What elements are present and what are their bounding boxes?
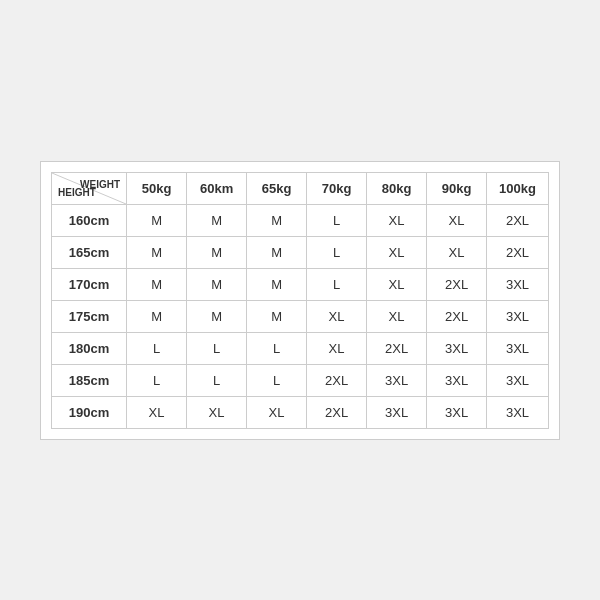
table-row: 185cmLLL2XL3XL3XL3XL — [52, 364, 549, 396]
size-cell-0-2: M — [247, 204, 307, 236]
height-header-3: 175cm — [52, 300, 127, 332]
size-cell-1-2: M — [247, 236, 307, 268]
size-cell-0-1: M — [187, 204, 247, 236]
size-cell-4-6: 3XL — [487, 332, 549, 364]
size-cell-4-1: L — [187, 332, 247, 364]
size-cell-1-0: M — [127, 236, 187, 268]
size-cell-1-3: L — [307, 236, 367, 268]
table-row: 175cmMMMXLXL2XL3XL — [52, 300, 549, 332]
size-cell-1-5: XL — [427, 236, 487, 268]
size-cell-5-2: L — [247, 364, 307, 396]
size-cell-3-4: XL — [367, 300, 427, 332]
size-cell-3-1: M — [187, 300, 247, 332]
size-cell-2-5: 2XL — [427, 268, 487, 300]
size-cell-6-2: XL — [247, 396, 307, 428]
weight-header-3: 70kg — [307, 172, 367, 204]
size-cell-3-3: XL — [307, 300, 367, 332]
size-cell-0-6: 2XL — [487, 204, 549, 236]
size-cell-6-6: 3XL — [487, 396, 549, 428]
size-cell-0-3: L — [307, 204, 367, 236]
size-cell-6-1: XL — [187, 396, 247, 428]
size-cell-0-4: XL — [367, 204, 427, 236]
size-cell-3-5: 2XL — [427, 300, 487, 332]
size-cell-2-2: M — [247, 268, 307, 300]
size-cell-6-3: 2XL — [307, 396, 367, 428]
weight-header-4: 80kg — [367, 172, 427, 204]
size-cell-5-3: 2XL — [307, 364, 367, 396]
size-cell-2-6: 3XL — [487, 268, 549, 300]
size-cell-2-4: XL — [367, 268, 427, 300]
table-row: 190cmXLXLXL2XL3XL3XL3XL — [52, 396, 549, 428]
size-cell-5-1: L — [187, 364, 247, 396]
size-cell-2-3: L — [307, 268, 367, 300]
weight-header-1: 60km — [187, 172, 247, 204]
size-cell-1-4: XL — [367, 236, 427, 268]
size-chart-table: WEIGHT HEIGHT 50kg60km65kg70kg80kg90kg10… — [51, 172, 549, 429]
size-cell-4-2: L — [247, 332, 307, 364]
table-row: 170cmMMMLXL2XL3XL — [52, 268, 549, 300]
table-row: 180cmLLLXL2XL3XL3XL — [52, 332, 549, 364]
height-header-5: 185cm — [52, 364, 127, 396]
weight-header-5: 90kg — [427, 172, 487, 204]
size-cell-6-0: XL — [127, 396, 187, 428]
size-cell-0-5: XL — [427, 204, 487, 236]
size-cell-1-6: 2XL — [487, 236, 549, 268]
size-cell-5-5: 3XL — [427, 364, 487, 396]
height-header-1: 165cm — [52, 236, 127, 268]
table-row: 165cmMMMLXLXL2XL — [52, 236, 549, 268]
size-cell-6-5: 3XL — [427, 396, 487, 428]
size-cell-4-0: L — [127, 332, 187, 364]
height-header-6: 190cm — [52, 396, 127, 428]
height-label: HEIGHT — [58, 187, 96, 198]
size-cell-2-1: M — [187, 268, 247, 300]
size-cell-3-2: M — [247, 300, 307, 332]
size-cell-5-0: L — [127, 364, 187, 396]
size-cell-4-4: 2XL — [367, 332, 427, 364]
size-cell-1-1: M — [187, 236, 247, 268]
size-chart-container: WEIGHT HEIGHT 50kg60km65kg70kg80kg90kg10… — [40, 161, 560, 440]
weight-header-6: 100kg — [487, 172, 549, 204]
corner-header: WEIGHT HEIGHT — [52, 172, 127, 204]
weight-header-0: 50kg — [127, 172, 187, 204]
height-header-0: 160cm — [52, 204, 127, 236]
size-cell-3-6: 3XL — [487, 300, 549, 332]
table-row: 160cmMMMLXLXL2XL — [52, 204, 549, 236]
size-cell-4-3: XL — [307, 332, 367, 364]
size-cell-6-4: 3XL — [367, 396, 427, 428]
height-header-4: 180cm — [52, 332, 127, 364]
size-cell-5-6: 3XL — [487, 364, 549, 396]
size-cell-0-0: M — [127, 204, 187, 236]
size-cell-4-5: 3XL — [427, 332, 487, 364]
size-cell-2-0: M — [127, 268, 187, 300]
weight-header-2: 65kg — [247, 172, 307, 204]
size-cell-5-4: 3XL — [367, 364, 427, 396]
height-header-2: 170cm — [52, 268, 127, 300]
size-cell-3-0: M — [127, 300, 187, 332]
